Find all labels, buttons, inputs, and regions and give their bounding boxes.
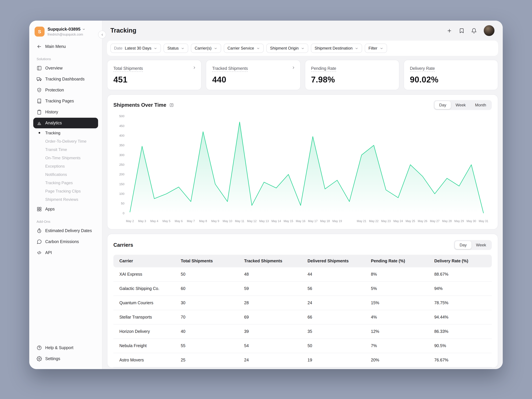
svg-text:50: 50 bbox=[121, 202, 125, 205]
sidebar-subitem-tracking-pages[interactable]: Tracking Pages bbox=[33, 178, 98, 187]
filter-pill-carrier-service[interactable]: Carrier Service bbox=[224, 44, 264, 53]
cell-delivery-rate: 94.44% bbox=[434, 315, 486, 319]
carriers-table-header: CarrierTotal ShipmentsTracked ShipmentsD… bbox=[113, 254, 492, 267]
message-icon bbox=[37, 239, 42, 244]
filter-value: Filter bbox=[369, 46, 377, 51]
chevron-down-icon bbox=[181, 46, 185, 50]
filter-bar: DateLatest 30 DaysStatusCarrier(s)Carrie… bbox=[107, 41, 498, 56]
stat-card-total-shipments[interactable]: Total Shipments451 bbox=[107, 60, 202, 90]
filter-value: Carrier Service bbox=[228, 46, 254, 51]
cell-total-shipments: 55 bbox=[181, 343, 244, 348]
page: S Supquick-03895 friedrich@supquick.com … bbox=[0, 0, 532, 399]
bullet-dot bbox=[37, 140, 42, 142]
workspace-email: friedrich@supquick.com bbox=[48, 32, 85, 36]
code-icon bbox=[37, 250, 42, 255]
main-menu-item[interactable]: Main Menu bbox=[33, 41, 98, 52]
sidebar-subitem-transit-time[interactable]: Transit Time bbox=[33, 145, 98, 154]
sidebar-item-apps[interactable]: Apps bbox=[33, 204, 98, 215]
filter-pill-status[interactable]: Status bbox=[164, 44, 188, 53]
shipments-over-time-card: Shipments Over Time DayWeekMonth 0501001… bbox=[107, 95, 498, 229]
nav-label: Estimated Delivery Dates bbox=[45, 228, 92, 233]
sidebar-subitem-exceptions[interactable]: Exceptions bbox=[33, 162, 98, 170]
nav-label: Tracking Pages bbox=[45, 99, 74, 103]
topbar-actions bbox=[447, 25, 495, 36]
sidebar-item-tracking-dashboards[interactable]: Tracking Dashboards bbox=[33, 74, 98, 84]
chevron-down-icon bbox=[214, 46, 217, 50]
chevron-down-icon bbox=[380, 46, 383, 50]
svg-text:200: 200 bbox=[119, 173, 124, 176]
carriers-toggle-day[interactable]: Day bbox=[455, 241, 471, 249]
table-row-horizon-delivery: Horizon Delivery40393512%86.33% bbox=[113, 324, 492, 339]
expand-icon[interactable] bbox=[169, 103, 174, 108]
sidebar-item-protection[interactable]: Protection bbox=[33, 85, 98, 95]
svg-text:May 12: May 12 bbox=[247, 219, 257, 223]
user-avatar[interactable] bbox=[483, 25, 495, 36]
chart-toggle-day[interactable]: Day bbox=[435, 101, 451, 109]
gear-icon bbox=[37, 356, 42, 361]
sidebar-item-carbon-emissions[interactable]: Carbon Emissions bbox=[33, 236, 98, 247]
table-row-astro-movers: Astro Movers25241920%76.67% bbox=[113, 353, 492, 367]
svg-text:May 29: May 29 bbox=[454, 219, 464, 223]
sidebar-item-help-support[interactable]: Help & Support bbox=[33, 342, 98, 353]
sidebar-item-settings[interactable]: Settings bbox=[33, 354, 98, 364]
filter-pill-latest-30-days[interactable]: DateLatest 30 Days bbox=[110, 44, 161, 53]
workspace-switcher[interactable]: S Supquick-03895 friedrich@supquick.com bbox=[32, 25, 99, 41]
svg-text:May 11: May 11 bbox=[235, 219, 244, 223]
chart-toggle-week[interactable]: Week bbox=[451, 101, 470, 109]
subitem-label: Exceptions bbox=[45, 164, 65, 168]
sidebar-item-estimated-delivery-dates[interactable]: Estimated Delivery Dates bbox=[33, 225, 98, 236]
sidebar-item-history[interactable]: History bbox=[33, 107, 98, 117]
svg-text:May 31: May 31 bbox=[479, 219, 488, 223]
addons-nav: Estimated Delivery DatesCarbon Emissions… bbox=[32, 225, 99, 258]
sidebar-subitem-notifications[interactable]: Notifications bbox=[33, 170, 98, 178]
subitem-label: Transit Time bbox=[45, 147, 67, 152]
sidebar-item-analytics[interactable]: Analytics bbox=[33, 118, 98, 128]
filter-pill-filter[interactable]: Filter bbox=[365, 44, 387, 53]
cell-delivery-rate: 86.33% bbox=[434, 329, 486, 334]
bell-icon[interactable] bbox=[471, 28, 477, 33]
sidebar-item-tracking-pages[interactable]: Tracking Pages bbox=[33, 96, 98, 106]
svg-text:May 13: May 13 bbox=[259, 219, 269, 223]
sidebar-collapse-button[interactable] bbox=[98, 31, 106, 38]
cell-delivery-rate: 94% bbox=[434, 286, 486, 291]
plus-icon[interactable] bbox=[447, 28, 452, 33]
cell-delivered-shipments: 24 bbox=[308, 300, 371, 305]
filter-pill-carrier-s[interactable]: Carrier(s) bbox=[191, 44, 221, 53]
sidebar-subitem-on-time-shipments[interactable]: On-Time Shipments bbox=[33, 154, 98, 162]
cell-tracked-shipments: 24 bbox=[244, 358, 308, 362]
filter-value: Shipment Destination bbox=[315, 46, 352, 51]
cell-total-shipments: 70 bbox=[181, 315, 244, 319]
bookmark-icon[interactable] bbox=[459, 28, 464, 33]
filter-pill-shipment-destination[interactable]: Shipment Destination bbox=[311, 44, 362, 53]
subitem-label: Tracking bbox=[45, 131, 60, 135]
bar-chart-icon bbox=[37, 120, 42, 126]
svg-text:May 9: May 9 bbox=[211, 219, 219, 223]
clipboard-icon bbox=[37, 109, 42, 115]
help-circle-icon bbox=[37, 345, 42, 350]
cell-tracked-shipments: 28 bbox=[244, 300, 308, 305]
carriers-toggle-week[interactable]: Week bbox=[471, 241, 491, 249]
topbar: Tracking bbox=[102, 21, 503, 41]
svg-text:May 21: May 21 bbox=[357, 219, 367, 223]
sidebar-subitem-tracking[interactable]: Tracking bbox=[33, 129, 98, 137]
svg-text:May 4: May 4 bbox=[150, 219, 158, 223]
sidebar-subitem-shipment-reviews[interactable]: Shipment Reviews bbox=[33, 195, 98, 203]
svg-text:May 10: May 10 bbox=[223, 219, 232, 223]
sidebar-subitem-page-tracking-clips[interactable]: Page Tracking Clips bbox=[33, 187, 98, 195]
sidebar-item-overview[interactable]: Overview bbox=[33, 63, 98, 74]
sidebar-item-api[interactable]: API bbox=[33, 247, 98, 258]
cell-tracked-shipments: 39 bbox=[244, 329, 308, 334]
carrier-name: Quantum Couriers bbox=[119, 300, 181, 305]
cell-delivery-rate: 88.67% bbox=[434, 272, 486, 277]
stat-card-tracked-shipments[interactable]: Tracked Shipments440 bbox=[206, 60, 301, 90]
cell-delivery-rate: 76.67% bbox=[434, 358, 486, 362]
addons-section-label: Add-Ons bbox=[37, 219, 95, 223]
svg-text:May 2: May 2 bbox=[126, 219, 134, 223]
svg-text:May 15: May 15 bbox=[284, 219, 293, 223]
stat-label: Total Shipments bbox=[113, 66, 143, 72]
stat-value: 440 bbox=[212, 75, 294, 84]
nav-label: Carbon Emissions bbox=[45, 239, 79, 244]
sidebar-subitem-order-to-delivery-time[interactable]: Order-To-Delivery Time bbox=[33, 137, 98, 145]
filter-pill-shipment-origin[interactable]: Shipment Origin bbox=[266, 44, 308, 53]
chart-toggle-month[interactable]: Month bbox=[470, 101, 491, 109]
